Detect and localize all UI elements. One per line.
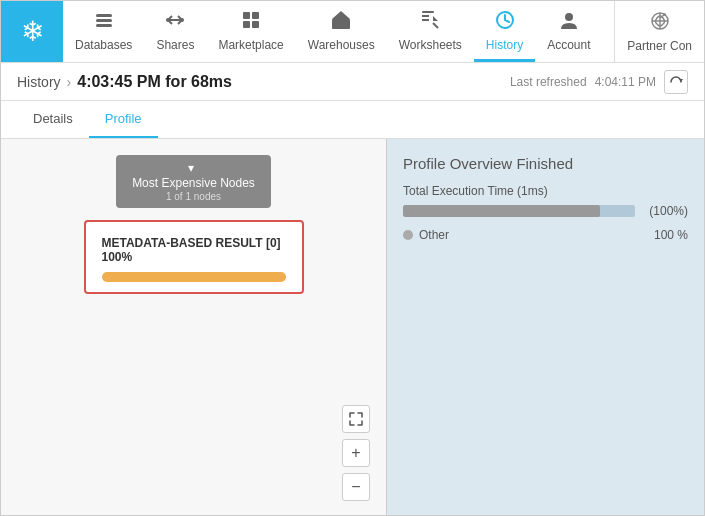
zoom-out-icon: −: [351, 478, 360, 496]
zoom-controls: + −: [342, 405, 370, 501]
last-refreshed-time: 4:04:11 PM: [595, 75, 656, 89]
execution-bar-row: (100%): [403, 204, 688, 218]
nav-item-databases[interactable]: Databases: [63, 1, 144, 62]
svg-rect-9: [332, 19, 350, 29]
tab-profile-label: Profile: [105, 111, 142, 126]
svg-marker-16: [679, 79, 683, 82]
account-label: Account: [547, 38, 590, 52]
svg-rect-0: [96, 14, 112, 17]
breadcrumb-arrow: ›: [67, 74, 72, 90]
breadcrumb-left: History › 4:03:45 PM for 68ms: [17, 73, 232, 91]
left-panel: ▾ Most Expensive Nodes 1 of 1 nodes META…: [1, 139, 386, 516]
other-label: Other: [419, 228, 648, 242]
profile-status: Finished: [516, 155, 573, 172]
svg-rect-5: [243, 12, 250, 19]
refresh-button[interactable]: [664, 70, 688, 94]
execution-time-label: Total Execution Time (1ms): [403, 184, 688, 198]
breadcrumb-section: History: [17, 74, 61, 90]
app-logo[interactable]: ❄: [1, 1, 63, 62]
nav-item-account[interactable]: Account: [535, 1, 602, 62]
main-content: ▾ Most Expensive Nodes 1 of 1 nodes META…: [1, 139, 704, 516]
shares-label: Shares: [156, 38, 194, 52]
node-card-title: METADATA-BASED RESULT [0] 100%: [102, 236, 286, 264]
top-nav: ❄ Databases Shar: [1, 1, 704, 63]
history-icon: [494, 9, 516, 34]
most-expensive-nodes-button[interactable]: ▾ Most Expensive Nodes 1 of 1 nodes: [116, 155, 271, 208]
worksheets-label: Worksheets: [399, 38, 462, 52]
breadcrumb-title: 4:03:45 PM for 68ms: [77, 73, 232, 91]
history-label: History: [486, 38, 523, 52]
execution-bar-fill: [403, 205, 600, 217]
profile-overview-title: Profile Overview Finished: [403, 155, 688, 172]
other-pct: 100 %: [654, 228, 688, 242]
nav-items: Databases Shares: [63, 1, 614, 62]
svg-marker-10: [332, 11, 350, 19]
tab-details-label: Details: [33, 111, 73, 126]
svg-marker-12: [433, 16, 438, 21]
marketplace-label: Marketplace: [218, 38, 283, 52]
warehouses-icon: [330, 9, 352, 34]
execution-pct: (100%): [643, 204, 688, 218]
partner-connect-icon: [649, 10, 671, 37]
nav-item-warehouses[interactable]: Warehouses: [296, 1, 387, 62]
snowflake-icon: ❄: [21, 18, 44, 46]
svg-point-3: [166, 18, 170, 22]
right-panel: Profile Overview Finished Total Executio…: [386, 139, 704, 516]
most-expensive-sub: 1 of 1 nodes: [166, 191, 221, 202]
svg-rect-2: [96, 24, 112, 27]
account-icon: [558, 9, 580, 34]
execution-bar-background: [403, 205, 635, 217]
nav-item-shares[interactable]: Shares: [144, 1, 206, 62]
tab-profile[interactable]: Profile: [89, 101, 158, 138]
other-dot: [403, 230, 413, 240]
partner-connect-label: Partner Con: [627, 39, 692, 53]
nav-item-worksheets[interactable]: Worksheets: [387, 1, 474, 62]
marketplace-icon: [240, 9, 262, 34]
svg-rect-8: [252, 21, 259, 28]
node-card[interactable]: METADATA-BASED RESULT [0] 100%: [84, 220, 304, 294]
most-expensive-icon: ▾: [188, 161, 194, 175]
breadcrumb-right: Last refreshed 4:04:11 PM: [510, 70, 688, 94]
fullscreen-button[interactable]: [342, 405, 370, 433]
svg-rect-11: [422, 11, 434, 13]
last-refreshed-label: Last refreshed: [510, 75, 587, 89]
most-expensive-label: Most Expensive Nodes: [132, 176, 255, 190]
svg-rect-7: [243, 21, 250, 28]
nav-item-marketplace[interactable]: Marketplace: [206, 1, 295, 62]
nav-item-history[interactable]: History: [474, 1, 535, 62]
databases-label: Databases: [75, 38, 132, 52]
breadcrumb-bar: History › 4:03:45 PM for 68ms Last refre…: [1, 63, 704, 101]
other-row: Other 100 %: [403, 228, 688, 242]
warehouses-label: Warehouses: [308, 38, 375, 52]
tab-bar: Details Profile: [1, 101, 704, 139]
zoom-out-button[interactable]: −: [342, 473, 370, 501]
svg-point-4: [180, 18, 184, 22]
svg-rect-1: [96, 19, 112, 22]
node-progress-bar: [102, 272, 286, 282]
tab-details[interactable]: Details: [17, 101, 89, 138]
zoom-in-button[interactable]: +: [342, 439, 370, 467]
svg-rect-6: [252, 12, 259, 19]
nav-partner-connect[interactable]: Partner Con: [614, 1, 704, 62]
databases-icon: [93, 9, 115, 34]
zoom-in-icon: +: [351, 444, 360, 462]
worksheets-icon: [419, 9, 441, 34]
shares-icon: [164, 9, 186, 34]
svg-point-14: [565, 13, 573, 21]
